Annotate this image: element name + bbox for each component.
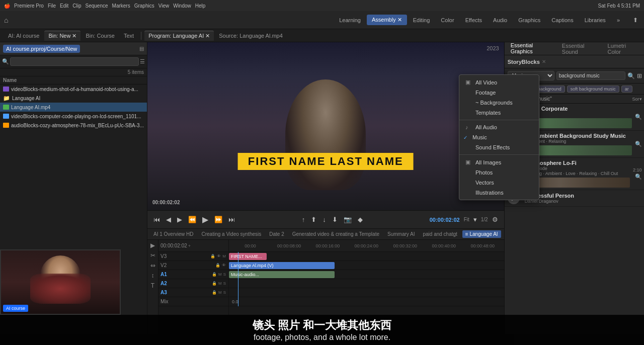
menu-markers[interactable]: Markers: [112, 3, 130, 9]
timeline-tab-paid[interactable]: paid and chatgt: [420, 230, 460, 238]
mute-icon[interactable]: M: [218, 281, 222, 286]
next-frame-btn[interactable]: ▶: [175, 215, 184, 224]
dropdown-item-photos[interactable]: Photos: [459, 167, 539, 178]
rp-tab-essential-graphics[interactable]: Essential Graphics: [508, 41, 557, 56]
timeline-tab-creating[interactable]: Creating a Video synthesis: [198, 230, 264, 238]
solo-icon[interactable]: S: [223, 281, 226, 286]
tab-editing[interactable]: Editing: [408, 15, 435, 25]
mute-icon[interactable]: M: [218, 290, 222, 295]
lock-icon[interactable]: 🔒: [211, 272, 217, 277]
dropdown-arrow-icon[interactable]: ▾: [471, 215, 479, 224]
lock-icon[interactable]: 🔒: [211, 281, 217, 286]
settings-icon[interactable]: ⚙: [490, 215, 500, 224]
add-track-icon[interactable]: +: [188, 243, 191, 248]
dropdown-item-sound-effects[interactable]: Sound Effects: [459, 142, 539, 152]
timeline-tab-date2[interactable]: Date 2: [266, 230, 287, 238]
slip-tool[interactable]: ⇔: [150, 262, 155, 269]
panel-tab-text[interactable]: Text: [120, 31, 138, 40]
track-select-a2[interactable]: A2: [160, 281, 167, 286]
tab-color[interactable]: Color: [436, 15, 459, 25]
text-tool[interactable]: T: [151, 282, 154, 289]
add-to-project-icon[interactable]: 🔍: [635, 114, 642, 120]
clip-title[interactable]: FIRST NAME...: [229, 253, 267, 260]
search-submit-icon[interactable]: 🔍: [627, 72, 635, 79]
lock-icon[interactable]: 🔒: [211, 290, 217, 295]
tab-learning[interactable]: Learning: [334, 15, 366, 25]
tab-captions[interactable]: Captions: [546, 15, 578, 25]
menu-window[interactable]: Window: [173, 3, 191, 9]
rewind-btn[interactable]: ⏪: [186, 215, 198, 224]
sidebar-tab-course[interactable]: AI course.prproj/Course/New: [3, 45, 80, 53]
tab-audio[interactable]: Audio: [488, 15, 512, 25]
menu-clip[interactable]: Clip: [72, 3, 81, 9]
menu-sequence[interactable]: Sequence: [86, 3, 108, 9]
overwrite-btn[interactable]: ⬇: [330, 215, 340, 224]
sidebar-panel-icon[interactable]: ▤: [139, 46, 144, 51]
mute-icon[interactable]: M: [222, 253, 226, 259]
dropdown-item-footage[interactable]: Footage: [459, 88, 539, 98]
dropdown-item-vectors[interactable]: Vectors: [459, 178, 539, 188]
tab-graphics[interactable]: Graphics: [513, 15, 545, 25]
tab-libraries[interactable]: Libraries: [580, 15, 611, 25]
mute-icon[interactable]: M: [218, 272, 222, 277]
panel-menu-icon[interactable]: ☰: [140, 58, 145, 65]
dropdown-item-all-audio[interactable]: ♪ All Audio: [459, 122, 539, 132]
clip-language-ai[interactable]: Language Al.mp4 (V): [229, 262, 335, 269]
add-to-project-icon[interactable]: 🔍: [635, 141, 642, 147]
fast-forward-btn[interactable]: ⏩: [212, 215, 224, 224]
panel-tab-program[interactable]: Program: Language AI ✕: [144, 31, 214, 41]
dropdown-item-backgrounds[interactable]: ~ Backgrounds: [459, 98, 539, 108]
dropdown-item-music[interactable]: ✓ Music: [459, 132, 539, 142]
razor-tool[interactable]: ✂: [150, 252, 155, 259]
solo-icon[interactable]: S: [223, 290, 226, 295]
search-input[interactable]: [10, 57, 139, 66]
extract-btn[interactable]: ⬆: [309, 215, 318, 224]
panel-tab-bin-course[interactable]: Bin: Course: [82, 31, 118, 40]
sort-label[interactable]: Sor▾: [632, 97, 642, 102]
dropdown-item-illustrations[interactable]: Illustrations: [459, 188, 539, 198]
timeline-tab-language-ai[interactable]: ≡ Language AI: [462, 230, 501, 238]
clip-audio[interactable]: Music-audio...: [229, 271, 335, 278]
lock-icon[interactable]: 🔒: [215, 263, 221, 268]
panel-tab-source[interactable]: Source: Language Al.mp4: [215, 31, 287, 40]
prev-frame-btn[interactable]: ◀: [164, 215, 173, 224]
panel-close-icon[interactable]: ✕: [542, 59, 546, 64]
apple-icon[interactable]: 🍎: [4, 3, 10, 9]
home-icon[interactable]: ⌂: [4, 16, 8, 24]
list-item[interactable]: videoBlocks-computer-code-playing-on-lcd…: [0, 112, 147, 121]
timeline-tab-ai1[interactable]: AI 1 Overview HD: [150, 230, 196, 238]
lift-btn[interactable]: ↑: [300, 215, 307, 224]
list-item[interactable]: Language AI.mp4: [0, 103, 147, 112]
share-icon[interactable]: ⬆: [631, 16, 640, 25]
fit-label[interactable]: Fit: [464, 217, 469, 222]
list-item[interactable]: audioBlocks-cozy-atmosphere-78-mix_BEcLu…: [0, 121, 147, 130]
lock-icon[interactable]: 🔒: [210, 253, 216, 259]
panel-tab-ai-course[interactable]: AI: AI course: [4, 31, 43, 40]
track-select-a1[interactable]: A1: [160, 272, 167, 277]
playhead[interactable]: [238, 252, 238, 306]
menu-edit[interactable]: Edit: [60, 3, 68, 9]
tab-assembly[interactable]: Assembly ✕: [367, 15, 407, 25]
grid-view-icon[interactable]: ⊞: [637, 72, 642, 79]
play-btn[interactable]: ▶: [200, 214, 210, 225]
solo-icon[interactable]: S: [223, 272, 226, 277]
tag-soft[interactable]: soft background music: [567, 85, 619, 93]
panel-tab-bin-new[interactable]: Bin: New ✕: [44, 31, 80, 41]
marker-btn[interactable]: ◆: [356, 215, 365, 224]
timeline-tab-summary[interactable]: Summary AI: [384, 230, 418, 238]
tag-ar[interactable]: ar: [621, 85, 632, 93]
arrow-tool[interactable]: ▶: [150, 242, 155, 249]
menu-graphics[interactable]: Graphics: [134, 3, 154, 9]
storyblocks-search-input[interactable]: [556, 71, 625, 80]
tab-effects[interactable]: Effects: [460, 15, 487, 25]
eye-icon[interactable]: 👁: [216, 253, 221, 259]
rp-tab-lumetri[interactable]: Lumetri Color: [605, 42, 642, 56]
list-item[interactable]: videoBlocks-medium-shot-of-a-humanoid-ro…: [0, 84, 147, 94]
add-to-project-icon[interactable]: 🔍: [635, 174, 642, 180]
timeline-tab-generated[interactable]: Generated video & creating a Template: [289, 230, 382, 238]
export-frame-btn[interactable]: 📷: [342, 215, 354, 224]
menu-view[interactable]: View: [158, 3, 170, 9]
list-item[interactable]: 📁 Language AI: [0, 94, 147, 103]
tab-more[interactable]: »: [612, 15, 625, 25]
menu-help[interactable]: Help: [195, 3, 206, 9]
